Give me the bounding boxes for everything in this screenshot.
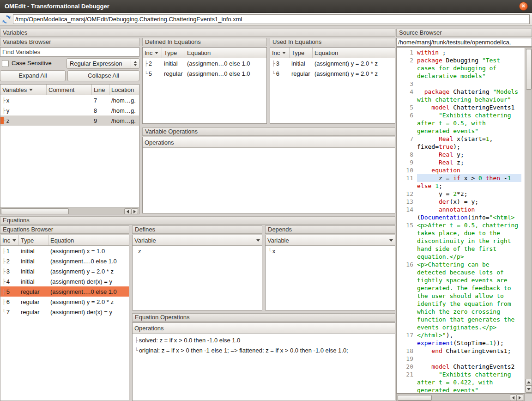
equation-row[interactable]: ├2 initial (assignment….0 else 1.0 [0,256,129,266]
spinner-icon[interactable] [131,59,139,68]
operation-item[interactable]: ├solved: z = if x > 0.0 then -1.0 else 1… [133,335,395,345]
variable-operations-panel: Operations [142,137,395,213]
tree-branch-icon: ├ [145,61,148,67]
operation-item[interactable]: └original: z = if x > 0 then -1 else 1; … [133,345,395,355]
defined-in-body: ├2 initial (assignmen…0 else 1.0 └5 regu… [143,58,266,79]
column-header-operations[interactable]: Operations [143,137,395,147]
source-line[interactable]: 11 z = if x > 0 then -1 [397,174,525,182]
source-line[interactable]: 15<p>After t = 0.5, chattering takes pla… [397,221,525,261]
equation-row[interactable]: └5 regular (assignmen…0 else 1.0 [143,68,266,79]
line-number: 10 [397,166,417,174]
source-line[interactable]: 6 "Exhibits chattering after t = 0.5, wi… [397,111,525,135]
source-line[interactable]: 5 model ChatteringEvents1 [397,103,525,111]
line-number: 13 [397,198,417,206]
source-line[interactable]: 1within ; [397,49,525,56]
source-line[interactable]: 9 Real z; [397,158,525,166]
column-header-variables[interactable]: Variables [0,85,47,95]
column-header-line[interactable]: Line [92,85,109,95]
collapse-all-button[interactable]: Collapse All [67,70,139,81]
file-path-input[interactable] [13,14,530,24]
reload-icon[interactable] [1,14,12,24]
scroll-left-button[interactable] [510,395,517,401]
column-header-type[interactable]: Type [162,48,185,58]
equation-row[interactable]: ├3 initial (assignment) y = 2.0 * z [0,266,129,276]
scroll-up-button[interactable] [526,379,532,386]
source-line[interactable]: 21 "Exhibits chattering after t = 0.422,… [397,371,525,394]
used-in-body: ├3 initial (assignment) y = 2.0 * z └6 r… [270,58,395,79]
column-header-equation[interactable]: Equation [185,48,266,58]
dropdown-icon[interactable] [389,239,393,242]
scrollbar-handle[interactable] [1,208,69,214]
column-header-type[interactable]: Type [290,48,313,58]
source-line[interactable]: 14 annotation (Documentation(info="<html… [397,206,525,221]
find-variables-input[interactable] [0,47,139,57]
scroll-right-button[interactable] [516,395,523,401]
column-header-variable[interactable]: Variable [133,235,262,245]
source-file-path: /home/marsj/trunk/testsuite/openmodelica… [396,38,532,47]
source-line[interactable]: 8 Real y; [397,151,525,158]
column-header-equation[interactable]: Equation [313,48,395,58]
used-in-header: Inc Type Equation [270,48,395,58]
scroll-right-button[interactable] [131,208,138,214]
scrollbar-handle[interactable] [398,395,432,401]
source-line[interactable]: 2package Debugging "Test cases for debug… [397,56,525,80]
source-line[interactable]: 7 Real x(start=1, fixed=true); [397,135,525,151]
tree-branch-icon: ├ [2,248,6,254]
scroll-down-button[interactable] [526,386,532,393]
source-line[interactable]: 13 der(x) = y; [397,198,525,206]
tree-branch-icon: ├ [2,299,6,305]
defines-title: Defines [132,225,262,234]
variable-row[interactable]: └z 9 /hom…g. [0,115,139,126]
column-header-inc[interactable]: Inc [0,235,19,245]
equation-row[interactable]: ├6 regular (assignment) y = 2.0 * z [0,297,129,307]
source-line[interactable]: 10 equation [397,166,525,174]
tree-branch-icon: ├ [2,279,6,285]
defines-body: z [133,246,262,256]
source-line[interactable]: 19 [397,355,525,363]
source-hscrollbar[interactable] [396,394,525,401]
source-line[interactable]: 16<p>Chattering can be detected because … [397,261,525,331]
window-title: OMEdit - Transformational Debugger [5,3,109,10]
column-header-equation[interactable]: Equation [48,235,129,245]
equation-row[interactable]: ├3 initial (assignment) y = 2.0 * z [270,58,395,68]
source-line[interactable]: 17</html>"), experiment(StopTime=1)); [397,331,525,347]
column-header-type[interactable]: Type [19,235,48,245]
expand-all-button[interactable]: Expand All [0,70,66,81]
equation-row[interactable]: └7 regular (assignment) der(x) = y [0,307,129,317]
variable-row[interactable]: ├y 8 /hom…g. [0,105,139,115]
source-vscrollbar[interactable] [525,47,532,394]
spinner-down-icon[interactable] [134,64,137,66]
column-header-inc[interactable]: Inc [143,48,162,58]
defined-in-title: Defined In Equations [142,38,267,46]
source-line[interactable]: 20 model ChatteringEvents2 [397,363,525,371]
source-code-editor[interactable]: 1within ;2package Debugging "Test cases … [396,47,525,394]
spinner-up-icon[interactable] [134,61,137,63]
source-line[interactable]: 3 [397,80,525,88]
equation-row[interactable]: ├1 initial (assignment) x = 1.0 [0,246,129,256]
column-header-variable[interactable]: Variable [266,235,395,245]
scroll-left-button[interactable] [124,208,131,214]
case-sensitive-checkbox[interactable] [2,60,9,67]
variable-row[interactable]: └x [266,246,395,256]
equation-row[interactable]: ├2 initial (assignmen…0 else 1.0 [143,58,266,68]
column-header-location[interactable]: Location [109,85,139,95]
source-line[interactable]: else 1; [397,182,525,190]
dropdown-icon[interactable] [256,239,260,242]
equation-row[interactable]: └6 regular (assignment) y = 2.0 * z [270,68,395,79]
source-line[interactable]: 4 package Chattering "Models with chatte… [397,88,525,103]
close-button[interactable]: × [519,2,528,11]
equation-row[interactable]: ├4 initial (assignment) der(x) = y [0,276,129,286]
column-header-operations[interactable]: Operations [133,323,395,333]
source-line[interactable]: 12 y = 2*z; [397,190,525,198]
column-header-comment[interactable]: Comment [47,85,92,95]
equation-row[interactable]: ├5 regular (assignment….0 else 1.0 [0,286,129,297]
variable-row[interactable]: ├x 7 /hom…g. [0,95,139,105]
source-line[interactable]: 18 end ChatteringEvents1; [397,347,525,355]
line-number: 7 [397,135,417,151]
variable-row[interactable]: z [133,246,262,256]
line-number: 19 [397,355,417,363]
column-header-inc[interactable]: Inc [270,48,290,58]
regex-combobox[interactable]: Regular Expression [66,58,139,69]
scrollbar-handle[interactable] [526,49,532,90]
variables-hscrollbar[interactable] [0,207,139,214]
